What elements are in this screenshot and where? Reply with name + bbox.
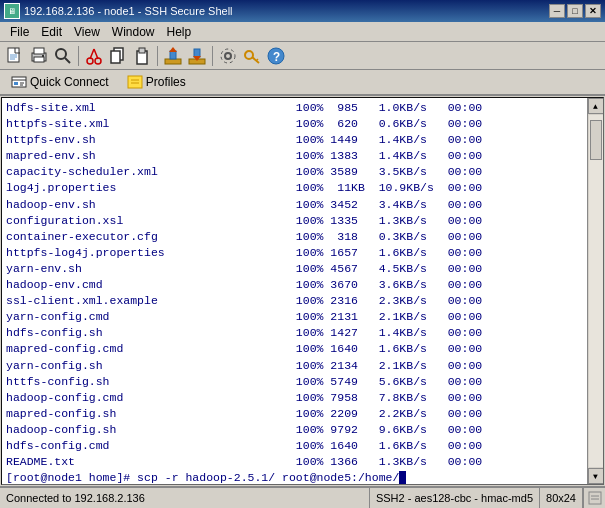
window-title: 192.168.2.136 - node1 - SSH Secure Shell xyxy=(24,5,233,17)
maximize-button[interactable]: □ xyxy=(567,4,583,18)
svg-rect-33 xyxy=(14,82,18,85)
key-button[interactable] xyxy=(241,45,263,67)
toolbar: ? xyxy=(0,42,605,70)
terminal-wrapper: hdfs-site.xml 100% 985 1.0KB/s 00:00http… xyxy=(1,97,604,485)
terminal-line: yarn-env.sh 100% 4567 4.5KB/s 00:00 xyxy=(6,261,583,277)
terminal-line: capacity-scheduler.xml 100% 3589 3.5KB/s… xyxy=(6,164,583,180)
svg-line-12 xyxy=(90,49,94,59)
svg-rect-22 xyxy=(194,49,200,57)
settings-button[interactable] xyxy=(217,45,239,67)
svg-rect-36 xyxy=(128,76,142,88)
terminal-line: httpfs-site.xml 100% 620 0.6KB/s 00:00 xyxy=(6,116,583,132)
svg-point-8 xyxy=(56,49,66,59)
terminal[interactable]: hdfs-site.xml 100% 985 1.0KB/s 00:00http… xyxy=(2,98,587,484)
terminal-line: hadoop-config.sh 100% 9792 9.6KB/s 00:00 xyxy=(6,422,583,438)
help-button[interactable]: ? xyxy=(265,45,287,67)
svg-rect-18 xyxy=(165,59,181,64)
terminal-line: yarn-config.sh 100% 2134 2.1KB/s 00:00 xyxy=(6,358,583,374)
svg-rect-6 xyxy=(34,48,44,54)
status-icon xyxy=(587,490,603,506)
svg-line-13 xyxy=(94,49,98,59)
menu-help[interactable]: Help xyxy=(161,24,198,40)
scroll-thumb[interactable] xyxy=(590,120,602,160)
terminal-line: container-executor.cfg 100% 318 0.3KB/s … xyxy=(6,229,583,245)
scrollbar[interactable]: ▲ ▼ xyxy=(587,98,603,484)
toolbar-sep-2 xyxy=(157,46,158,66)
terminal-prompt: [root@node1 home]# scp -r hadoop-2.5.1/ … xyxy=(6,470,583,484)
terminal-line: README.txt 100% 1366 1.3KB/s 00:00 xyxy=(6,454,583,470)
scroll-up-arrow[interactable]: ▲ xyxy=(588,98,604,114)
upload-button[interactable] xyxy=(162,45,184,67)
status-encryption: SSH2 - aes128-cbc - hmac-md5 xyxy=(370,488,540,508)
menu-bar: File Edit View Window Help xyxy=(0,22,605,42)
app-window: 🖥 192.168.2.136 - node1 - SSH Secure She… xyxy=(0,0,605,508)
terminal-line: hdfs-site.xml 100% 985 1.0KB/s 00:00 xyxy=(6,100,583,116)
svg-line-9 xyxy=(65,58,70,63)
new-button[interactable] xyxy=(4,45,26,67)
profiles-button[interactable]: Profiles xyxy=(120,71,193,93)
terminal-line: hdfs-config.sh 100% 1427 1.4KB/s 00:00 xyxy=(6,325,583,341)
scroll-track[interactable] xyxy=(589,115,603,467)
terminal-line: httfs-config.sh 100% 5749 5.6KB/s 00:00 xyxy=(6,374,583,390)
svg-rect-17 xyxy=(139,48,145,53)
profiles-icon xyxy=(127,74,143,90)
menu-edit[interactable]: Edit xyxy=(35,24,68,40)
main-content: File Edit View Window Help xyxy=(0,22,605,508)
svg-point-25 xyxy=(221,49,235,63)
scroll-down-arrow[interactable]: ▼ xyxy=(588,468,604,484)
terminal-line: mapred-env.sh 100% 1383 1.4KB/s 00:00 xyxy=(6,148,583,164)
svg-rect-7 xyxy=(42,55,44,57)
menu-file[interactable]: File xyxy=(4,24,35,40)
quickconnect-bar: Quick Connect Profiles xyxy=(0,70,605,96)
terminal-line: httpfs-log4j.properties 100% 1657 1.6KB/… xyxy=(6,245,583,261)
quick-connect-icon xyxy=(11,74,27,90)
svg-marker-20 xyxy=(169,47,177,52)
connection-text: Connected to 192.168.2.136 xyxy=(6,492,145,504)
terminal-line: mapred-config.sh 100% 2209 2.2KB/s 00:00 xyxy=(6,406,583,422)
terminal-line: hdfs-config.cmd 100% 1640 1.6KB/s 00:00 xyxy=(6,438,583,454)
terminal-line: mapred-config.cmd 100% 1640 1.6KB/s 00:0… xyxy=(6,341,583,357)
toolbar-sep-3 xyxy=(212,46,213,66)
title-bar-left: 🖥 192.168.2.136 - node1 - SSH Secure She… xyxy=(4,3,233,19)
dimensions-text: 80x24 xyxy=(546,492,576,504)
paste-button[interactable] xyxy=(131,45,153,67)
terminal-line: yarn-config.cmd 100% 2131 2.1KB/s 00:00 xyxy=(6,309,583,325)
terminal-line: configuration.xsl 100% 1335 1.3KB/s 00:0… xyxy=(6,213,583,229)
app-icon: 🖥 xyxy=(4,3,20,19)
status-dimensions: 80x24 xyxy=(540,488,583,508)
copy-button[interactable] xyxy=(107,45,129,67)
encryption-text: SSH2 - aes128-cbc - hmac-md5 xyxy=(376,492,533,504)
svg-text:?: ? xyxy=(273,51,280,65)
terminal-line: log4j.properties 100% 11KB 10.9KB/s 00:0… xyxy=(6,180,583,196)
window-controls: ─ □ ✕ xyxy=(549,4,601,18)
print-button[interactable] xyxy=(28,45,50,67)
find-button[interactable] xyxy=(52,45,74,67)
svg-rect-19 xyxy=(170,51,176,59)
menu-view[interactable]: View xyxy=(68,24,106,40)
download-button[interactable] xyxy=(186,45,208,67)
title-bar: 🖥 192.168.2.136 - node1 - SSH Secure She… xyxy=(0,0,605,22)
terminal-line: ssl-client.xml.example 100% 2316 2.3KB/s… xyxy=(6,293,583,309)
svg-rect-39 xyxy=(589,492,601,504)
status-icon-area xyxy=(583,487,605,508)
svg-point-24 xyxy=(225,53,231,59)
terminal-line: httpfs-env.sh 100% 1449 1.4KB/s 00:00 xyxy=(6,132,583,148)
profiles-label: Profiles xyxy=(146,75,186,89)
cut-button[interactable] xyxy=(83,45,105,67)
toolbar-sep-1 xyxy=(78,46,79,66)
minimize-button[interactable]: ─ xyxy=(549,4,565,18)
terminal-line: hadoop-config.cmd 100% 7958 7.8KB/s 00:0… xyxy=(6,390,583,406)
terminal-line: hadoop-env.cmd 100% 3670 3.6KB/s 00:00 xyxy=(6,277,583,293)
menu-window[interactable]: Window xyxy=(106,24,161,40)
status-connection: Connected to 192.168.2.136 xyxy=(0,488,370,508)
svg-rect-5 xyxy=(34,57,44,62)
close-button[interactable]: ✕ xyxy=(585,4,601,18)
status-bar: Connected to 192.168.2.136 SSH2 - aes128… xyxy=(0,486,605,508)
svg-rect-15 xyxy=(111,51,120,63)
terminal-line: hadoop-env.sh 100% 3452 3.4KB/s 00:00 xyxy=(6,197,583,213)
quick-connect-button[interactable]: Quick Connect xyxy=(4,71,116,93)
quick-connect-label: Quick Connect xyxy=(30,75,109,89)
